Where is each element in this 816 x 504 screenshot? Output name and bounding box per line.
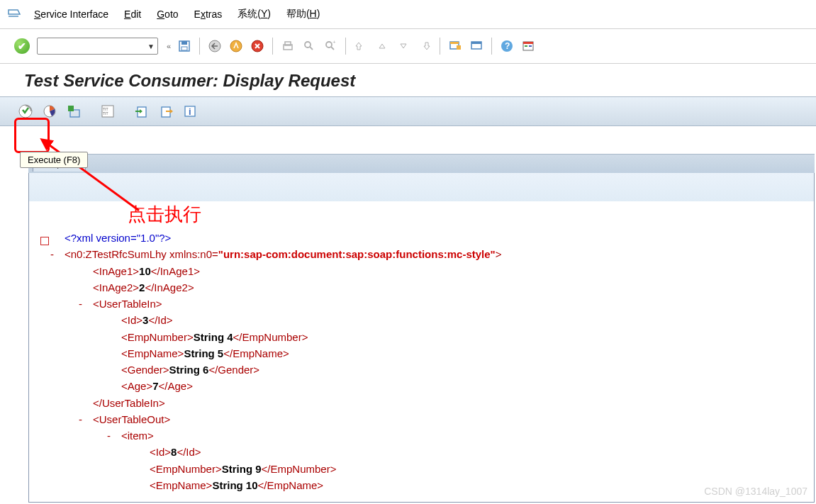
first-page-button[interactable] — [352, 38, 370, 55]
menu-bar: Service Interface Edit Goto Extras 系统(Y)… — [0, 0, 816, 29]
menu-extras[interactable]: Extras — [194, 9, 223, 20]
svg-rect-21 — [523, 42, 533, 44]
new-session-button[interactable] — [446, 38, 464, 55]
print-button[interactable] — [279, 38, 297, 55]
menu-edit[interactable]: Edit — [124, 9, 141, 20]
menu-goto[interactable]: Goto — [157, 9, 178, 20]
xml-declaration: <?xml version="1.0"?> — [65, 232, 171, 244]
toggle-icon[interactable]: - — [50, 246, 65, 262]
settings-button[interactable] — [64, 102, 84, 121]
svg-line-9 — [310, 47, 313, 50]
toggle-icon[interactable]: - — [79, 411, 93, 427]
svg-point-8 — [305, 42, 311, 47]
menu-service-interface[interactable]: Service Interface — [34, 9, 108, 20]
svg-line-11 — [331, 47, 334, 50]
export-button[interactable] — [156, 102, 176, 121]
xml-collapse-icon[interactable] — [40, 237, 49, 245]
help-button[interactable]: ? — [498, 38, 516, 55]
toggle-icon[interactable]: - — [79, 296, 93, 312]
cancel-button[interactable] — [248, 38, 267, 55]
svg-rect-22 — [525, 45, 527, 47]
save-button[interactable] — [175, 38, 194, 55]
execute-tooltip: Execute (F8) — [20, 152, 88, 168]
sap-system-menu-icon[interactable] — [7, 9, 21, 20]
svg-text:TIT: TIT — [103, 111, 108, 116]
application-toolbar: TITTIT i — [0, 96, 816, 126]
svg-rect-2 — [181, 47, 187, 50]
find-button[interactable] — [300, 38, 318, 55]
xml-editor-button[interactable]: TITTIT — [98, 102, 118, 121]
customize-layout-button[interactable] — [519, 38, 537, 55]
toggle-icon[interactable]: - — [107, 427, 121, 444]
menu-help[interactable]: 帮助(H) — [286, 8, 320, 21]
svg-rect-7 — [285, 42, 291, 45]
command-field[interactable]: ▼ — [37, 38, 158, 55]
find-next-button[interactable]: + — [321, 38, 340, 55]
last-page-button[interactable] — [415, 38, 434, 55]
menu-system[interactable]: 系统(Y) — [237, 8, 271, 21]
svg-text:i: i — [189, 106, 191, 117]
svg-point-10 — [326, 42, 332, 47]
layout-button[interactable] — [467, 38, 486, 55]
svg-rect-1 — [181, 41, 187, 45]
watermark: CSDN @1314lay_1007 — [704, 486, 807, 497]
svg-text:+: + — [332, 39, 336, 45]
xml-viewer[interactable]: <?xml version="1.0"?> -<n0:ZTestRfcSumLh… — [36, 201, 811, 499]
standard-toolbar: ✔ ▼ « + ? — [0, 29, 816, 64]
svg-rect-14 — [450, 42, 459, 44]
svg-rect-17 — [471, 42, 481, 44]
svg-text:?: ? — [505, 41, 510, 51]
svg-rect-15 — [457, 45, 461, 50]
exit-button[interactable] — [227, 38, 245, 55]
execute-button[interactable] — [16, 102, 35, 121]
history-back-icon[interactable]: « — [165, 42, 172, 50]
dropdown-icon: ▼ — [147, 43, 155, 50]
page-title: Test Service Consumer: Display Request — [0, 64, 816, 96]
pie-chart-button[interactable] — [40, 102, 60, 121]
enter-button[interactable]: ✔ — [14, 38, 30, 54]
prev-page-button[interactable] — [373, 38, 391, 55]
info-button[interactable]: i — [180, 102, 200, 121]
back-button[interactable] — [206, 38, 224, 55]
annotation-text: 点击执行 — [128, 202, 201, 227]
tab-strip: Request — [28, 154, 815, 173]
import-button[interactable] — [132, 102, 152, 121]
svg-rect-23 — [529, 45, 532, 47]
next-page-button[interactable] — [394, 38, 413, 55]
svg-rect-27 — [68, 106, 74, 111]
